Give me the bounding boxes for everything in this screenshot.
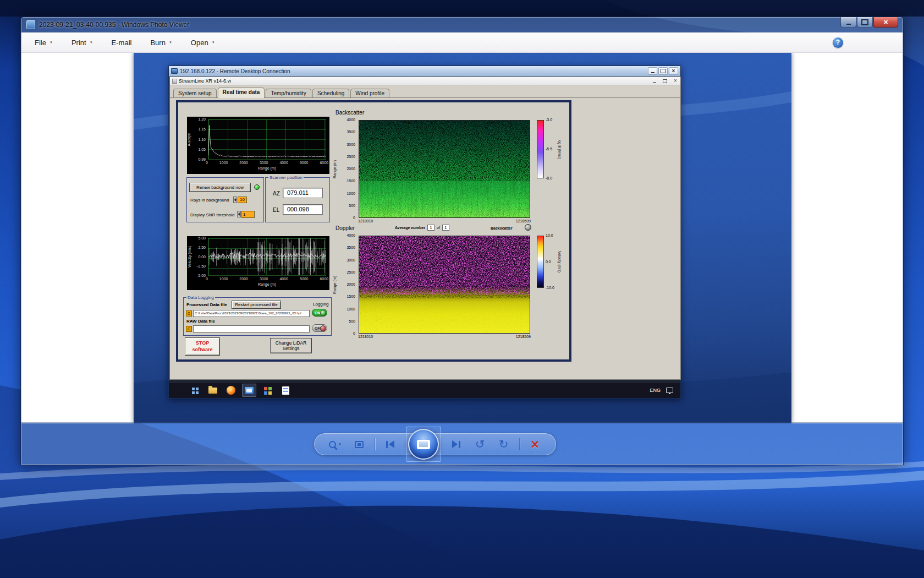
menu-bar: File Print E-mail Burn Open ? [21,32,903,53]
help-button[interactable]: ? [833,37,843,48]
backscatter-toggle-knob[interactable] [525,224,531,231]
doppler-title: Doppler [336,225,355,231]
processed-path-row: C C:\Lidar\Data\Proc\2023\202309\2023092… [186,310,310,317]
next-icon [459,441,460,448]
rdp-title: 192.168.0.122 - Remote Desktop Connectio… [180,68,290,74]
average-number-field[interactable]: 1 [427,225,435,231]
file-explorer-icon[interactable] [206,384,220,397]
az-label: AZ [273,190,280,197]
processed-logging-toggle[interactable]: ON [312,309,327,317]
stop-software-button[interactable]: STOP software [185,337,220,356]
menu-file-label: File [35,39,46,47]
restart-processed-file-button[interactable]: Restart processed file [232,301,281,309]
play-slideshow-button[interactable] [408,429,439,460]
rays-spinner[interactable] [233,197,237,203]
actual-size-button[interactable] [351,436,367,452]
raw-logging-toggle[interactable]: OFF [312,324,327,332]
rays-in-background-field[interactable]: 10 [238,197,247,203]
menu-email[interactable]: E-mail [112,39,132,47]
snr-threshold-field[interactable]: 1 [241,211,255,218]
previous-arrow-icon [389,440,394,448]
toggle-knob-icon [320,310,326,316]
velocity-yticks: 5.002.500.00-2.50-5.00 [187,236,207,277]
menu-burn-label: Burn [150,39,165,47]
raw-path-field[interactable] [193,325,310,332]
rdp-minimize-button[interactable] [648,67,657,75]
raw-drive-chip: C [186,326,192,332]
delete-button[interactable] [527,436,543,452]
rotate-clockwise-button[interactable] [496,436,512,452]
rotate-counterclockwise-button[interactable] [472,436,488,452]
real-time-data-page: A-scope 1.201.151.101.050.99 01000200030… [170,97,680,379]
photo-viewer-titlebar[interactable]: 2023-09-21_03-40-00.935 - Windows Photo … [21,17,903,32]
rdp-close-button[interactable] [669,67,678,75]
menu-print-label: Print [72,39,86,47]
doppler-x-start: 1218010 [358,335,373,339]
backscatter-colorbar-ticks: -3.0-5.5-8.0 [546,118,557,180]
app-titlebar[interactable]: StreamLine XR v14-6.vi [170,77,680,85]
menu-file[interactable]: File [35,39,53,47]
streamline-app-window: StreamLine XR v14-6.vi System setupReal … [169,77,681,380]
average-total-field[interactable]: 1 [442,225,449,231]
snr-spinner[interactable] [237,211,241,217]
rdp-maximize-button[interactable] [658,67,668,75]
rdp-icon [171,68,178,74]
doppler-colorbar-label: Velocity (m/s) [557,236,563,288]
app-grid-icon[interactable] [260,384,274,397]
a-scope-chart: A-scope 1.201.151.101.050.99 01000200030… [187,117,329,174]
backscatter-xticks: 1218010 1218509 [358,219,531,223]
app-close-button[interactable] [673,79,678,84]
doppler-x-end: 1218509 [516,335,531,339]
velocity-chart: Velocity (m/s) 5.002.500.00-2.50-5.00 01… [187,236,329,290]
velocity-trace [208,238,326,275]
rdp-window-controls [648,67,678,75]
a-scope-yticks: 1.201.151.101.050.99 [187,117,207,161]
menu-print[interactable]: Print [72,39,93,47]
zoom-button[interactable] [327,436,344,452]
doppler-yticks: 40003500300025002000150010005000 [339,233,355,335]
app-title: StreamLine XR v14-6.vi [179,78,231,84]
minimize-button[interactable] [840,17,856,28]
close-button[interactable] [873,17,898,28]
velocity-plot-area [208,238,326,276]
velocity-xticks: 0100020003000400050006000 [206,277,328,281]
tab-scheduling[interactable]: Scheduling [312,89,349,98]
software-label: software [192,347,212,353]
app-icon [172,79,177,84]
menu-open[interactable]: Open [191,39,215,47]
raw-data-file-label: RAW Data file [186,319,215,324]
change-lidar-settings-button[interactable]: Change LiDAR Settings [270,338,312,353]
maximize-button[interactable] [857,17,873,28]
processed-data-file-label: Processed Data file [186,302,227,307]
logging-label: Logging [313,302,328,307]
app-minimize-button[interactable] [652,79,657,84]
average-number-label: Average number [395,226,425,230]
next-button[interactable] [448,436,465,452]
el-value: 000.098 [283,204,323,215]
background-led-indicator [254,184,260,190]
language-indicator[interactable]: ENG [650,388,661,393]
a-scope-trace [208,119,326,159]
app-restore-button[interactable] [662,79,668,84]
document-app-icon[interactable] [278,384,293,397]
backscatter-colorbar [537,120,544,178]
processed-path-field[interactable]: C:\Lidar\Data\Proc\2023\202309\20230921\… [193,310,310,317]
rdp-titlebar[interactable]: 192.168.0.122 - Remote Desktop Connectio… [169,66,680,77]
start-icon[interactable] [188,384,202,397]
previous-icon [386,441,388,448]
app-window-controls [652,79,678,84]
magnifier-icon [329,441,336,448]
renew-background-button[interactable]: Renew background now [189,183,251,192]
tab-wind-profile[interactable]: Wind profile [350,89,389,98]
tab-system-setup[interactable]: System setup [173,89,217,98]
firefox-icon[interactable] [224,384,238,397]
menu-burn[interactable]: Burn [150,39,172,47]
previous-button[interactable] [382,436,399,452]
photo-viewer-window: 2023-09-21_03-40-00.935 - Windows Photo … [20,17,904,465]
tab-real-time-data[interactable]: Real time data [218,88,265,98]
tab-temp-humidity[interactable]: Temp/humidity [266,89,311,98]
data-logging-group: Data Logging Processed Data file Restart… [183,297,332,336]
slideshow-button-frame [406,427,441,462]
active-app-icon[interactable] [242,384,256,397]
display-icon[interactable] [666,388,673,393]
